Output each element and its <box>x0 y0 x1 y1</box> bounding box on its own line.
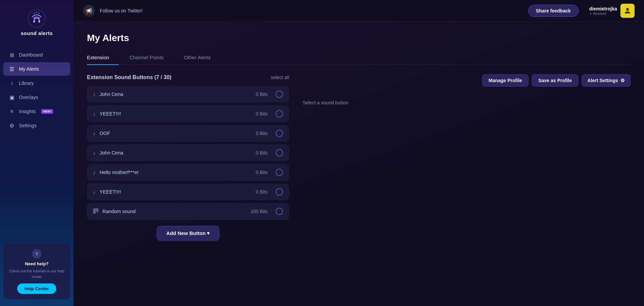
music-note-icon: ♪ <box>93 131 96 136</box>
sound-bits: 100 Bits <box>250 209 268 214</box>
main-content: 📢 Follow us on Twitter! Share feedback d… <box>73 0 644 306</box>
sidebar-item-label: Settings <box>19 123 36 128</box>
image-icon: ▣ <box>9 94 15 100</box>
tabs-bar: Extension Channel Points Other Alerts <box>87 51 631 65</box>
app-logo-icon <box>28 9 46 28</box>
sound-item[interactable]: ♪ OOF 0 Bits <box>87 125 289 142</box>
sidebar-item-my-alerts[interactable]: ☰ My Alerts <box>3 62 70 76</box>
sound-bits: 0 Bits <box>256 150 268 156</box>
page-title: My Alerts <box>87 33 631 43</box>
sound-item[interactable]: ♪ Hello motherf***er 0 Bits <box>87 164 289 181</box>
help-center-button[interactable]: Help Center <box>17 283 57 294</box>
sound-radio[interactable] <box>276 130 283 137</box>
sound-radio[interactable] <box>276 188 283 196</box>
svg-point-10 <box>94 209 95 210</box>
sidebar-item-insights[interactable]: ≡ Insights New! <box>3 105 70 118</box>
insights-icon: ≡ <box>9 108 15 114</box>
sound-bits: 0 Bits <box>256 189 268 195</box>
username-label: diemietrojka <box>589 6 617 12</box>
select-hint-text: Select a sound button <box>299 100 631 105</box>
manage-profile-button[interactable]: Manage Profile <box>482 74 529 87</box>
tab-extension[interactable]: Extension <box>87 51 119 65</box>
svg-point-4 <box>36 12 37 13</box>
sidebar-item-settings[interactable]: ⚙ Settings <box>3 119 70 132</box>
svg-point-3 <box>34 13 35 14</box>
help-title: Need help? <box>8 261 65 266</box>
sound-item[interactable]: ♪ YEEET!!!! 0 Bits <box>87 183 289 200</box>
add-new-button[interactable]: Add New Button ▾ <box>157 226 220 241</box>
sound-radio[interactable] <box>276 110 283 117</box>
sound-bits: 0 Bits <box>256 170 268 175</box>
svg-point-5 <box>39 13 40 14</box>
alerts-right-panel: Manage Profile Save as Profile Alert Set… <box>299 74 631 241</box>
sound-radio[interactable] <box>276 208 283 215</box>
help-question-icon: ? <box>32 249 41 259</box>
grid-icon: ⊞ <box>9 52 15 58</box>
topbar-follow-text: Follow us on Twitter! <box>100 8 523 13</box>
sidebar-item-label: Library <box>19 80 34 86</box>
profile-btn-row: Manage Profile Save as Profile Alert Set… <box>299 74 631 87</box>
list-icon: ☰ <box>9 66 15 72</box>
sound-name: Random sound <box>102 209 246 214</box>
tab-channel-points[interactable]: Channel Points <box>129 51 173 65</box>
sound-radio[interactable] <box>276 149 283 157</box>
sound-bits: 0 Bits <box>256 131 268 136</box>
share-feedback-button[interactable]: Share feedback <box>528 5 579 17</box>
sound-item[interactable]: ♪ YEEET!!!! 0 Bits <box>87 105 289 122</box>
svg-point-6 <box>626 8 629 11</box>
sidebar-item-label: Insights <box>19 109 36 114</box>
help-widget: ? Need help? Check out the tutorials in … <box>3 244 70 299</box>
account-label: ✏Account <box>589 11 617 15</box>
sound-item[interactable]: ♪ John Cena 0 Bits <box>87 86 289 103</box>
svg-rect-1 <box>33 20 35 23</box>
alerts-panel: Extension Sound Buttons (7 / 30) select … <box>87 74 631 241</box>
user-avatar[interactable] <box>620 4 635 18</box>
sidebar-item-label: Dashboard <box>19 52 43 58</box>
sound-name: YEEET!!!! <box>100 189 252 195</box>
sound-name: John Cena <box>100 150 252 156</box>
user-info: diemietrojka ✏Account <box>589 6 617 16</box>
svg-point-14 <box>94 212 95 213</box>
sound-radio[interactable] <box>276 91 283 98</box>
sound-item[interactable]: ♪ John Cena 0 Bits <box>87 144 289 161</box>
megaphone-icon: 📢 <box>83 5 95 17</box>
alerts-left-panel: Extension Sound Buttons (7 / 30) select … <box>87 74 289 241</box>
sound-bits: 0 Bits <box>256 92 268 97</box>
sound-item-random[interactable]: Random sound 100 Bits <box>87 203 289 220</box>
alert-settings-button[interactable]: Alert Settings ⚙ <box>582 74 631 87</box>
sound-radio[interactable] <box>276 169 283 176</box>
sound-name: John Cena <box>100 92 252 97</box>
alerts-count-title: Extension Sound Buttons (7 / 30) <box>87 74 172 80</box>
sound-name: YEEET!!!! <box>100 111 252 116</box>
sidebar-navigation: ⊞ Dashboard ☰ My Alerts ♪ Library ▣ Over… <box>0 48 73 132</box>
tab-other-alerts[interactable]: Other Alerts <box>184 51 220 65</box>
alerts-header: Extension Sound Buttons (7 / 30) select … <box>87 74 289 80</box>
sidebar-item-library[interactable]: ♪ Library <box>3 76 70 90</box>
select-all-link[interactable]: select all <box>271 75 289 80</box>
topbar: 📢 Follow us on Twitter! Share feedback d… <box>73 0 644 22</box>
sidebar-item-dashboard[interactable]: ⊞ Dashboard <box>3 48 70 62</box>
sidebar-item-label: My Alerts <box>19 66 39 72</box>
save-as-profile-button[interactable]: Save as Profile <box>532 74 578 87</box>
svg-point-13 <box>94 212 94 213</box>
settings-gear-icon: ⚙ <box>620 78 625 83</box>
sound-bits: 0 Bits <box>256 111 268 116</box>
music-note-icon: ♪ <box>93 111 96 117</box>
svg-rect-2 <box>38 20 40 23</box>
music-note-icon: ♪ <box>93 170 96 175</box>
svg-point-11 <box>97 209 97 210</box>
music-note-icon: ♪ <box>93 150 96 156</box>
alert-settings-label: Alert Settings <box>587 78 618 83</box>
random-sound-icon <box>93 208 98 215</box>
new-badge: New! <box>41 109 53 114</box>
sound-name: Hello motherf***er <box>100 170 252 175</box>
sidebar: sound alerts ⊞ Dashboard ☰ My Alerts ♪ L… <box>0 0 73 306</box>
svg-point-12 <box>97 210 97 210</box>
gear-icon: ⚙ <box>9 123 15 129</box>
sidebar-item-overlays[interactable]: ▣ Overlays <box>3 91 70 104</box>
add-button-row: Add New Button ▾ <box>87 226 289 241</box>
app-name: sound alerts <box>21 30 53 36</box>
sound-name: OOF <box>100 131 252 136</box>
user-account-area: diemietrojka ✏Account <box>589 4 635 18</box>
sidebar-item-label: Overlays <box>19 95 38 100</box>
